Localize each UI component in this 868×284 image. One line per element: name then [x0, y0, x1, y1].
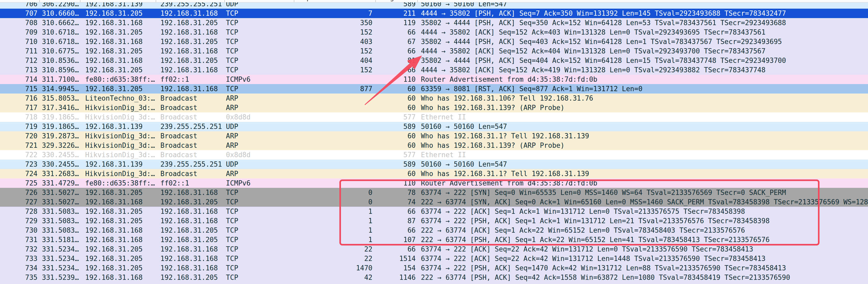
packet-row[interactable]: 715 314.9945… 192.168.31.205 192.168.31.… — [0, 84, 868, 94]
cell-length: 67 — [375, 37, 416, 46]
cell-info: 4444 → 35802 [PSH, ACK] Seq=7 Ack=350 Wi… — [421, 9, 786, 18]
cell-no: 732 — [0, 245, 37, 254]
cell-source: 192.168.31.139 — [85, 122, 143, 131]
column-separator[interactable] — [224, 0, 225, 2]
cell-time: 330.2455… — [42, 160, 79, 169]
cell-no: 710 — [0, 37, 37, 46]
packet-row[interactable]: 711 310.6775… 192.168.31.205 192.168.31.… — [0, 46, 868, 56]
column-separator[interactable] — [294, 0, 294, 2]
packet-row[interactable]: 723 330.2455… 192.168.31.139 239.255.255… — [0, 160, 868, 169]
column-separator[interactable] — [80, 0, 81, 2]
cell-info: 222 → 63774 [ACK] Seq=1 Ack=22 Win=65152… — [421, 226, 745, 235]
cell-sequence-number: 1 — [294, 207, 372, 216]
packet-row[interactable]: 734 331.5234… 192.168.31.205 192.168.31.… — [0, 263, 868, 273]
packet-row[interactable]: 735 331.5239… 192.168.31.168 192.168.31.… — [0, 273, 868, 282]
cell-length: 60 — [375, 169, 416, 179]
cell-info: Ethernet II — [421, 113, 466, 122]
cell-destination: ff02::1 — [160, 75, 189, 84]
cell-info: 63774 → 222 [PSH, ACK] Seq=1470 Ack=42 W… — [421, 263, 786, 273]
column-header-destination[interactable]: Destination — [159, 0, 205, 2]
cell-protocol: TCP — [226, 84, 238, 94]
cell-length: 1146 — [375, 273, 416, 282]
cell-sequence-number: 1470 — [294, 263, 372, 273]
cell-no: 728 — [0, 207, 37, 216]
packet-row[interactable]: 719 319.1865… 192.168.31.139 239.255.255… — [0, 122, 868, 131]
cell-length: 211 — [375, 9, 416, 18]
cell-time: 319.2873… — [42, 131, 79, 141]
column-header-sequence-number[interactable]: Sequence Number — [296, 0, 358, 2]
cell-destination: 192.168.31.168 — [160, 46, 218, 56]
cell-time: 331.5027… — [42, 197, 79, 207]
cell-destination: 192.168.31.168 — [160, 245, 218, 254]
packet-row[interactable]: 709 310.6718… 192.168.31.205 192.168.31.… — [0, 28, 868, 37]
cell-info: Ethernet II — [421, 150, 466, 160]
cell-destination: 192.168.31.205 — [160, 235, 218, 245]
packet-row[interactable]: 718 319.1865… HikvisionDig_3d:… Broadcas… — [0, 113, 868, 122]
cell-protocol: TCP — [226, 9, 238, 18]
cell-time: 311.7100… — [42, 75, 79, 84]
packet-row[interactable]: 708 310.6662… 192.168.31.168 192.168.31.… — [0, 18, 868, 28]
packet-row[interactable]: 733 331.5234… 192.168.31.205 192.168.31.… — [0, 254, 868, 263]
cell-protocol: TCP — [226, 273, 238, 282]
cell-source: 192.168.31.168 — [85, 273, 143, 282]
cell-info: Who has 192.168.31.106? Tell 192.168.31.… — [421, 94, 593, 103]
packet-row[interactable]: 731 331.5181… 192.168.31.168 192.168.31.… — [0, 235, 868, 245]
cell-protocol: ARP — [226, 131, 238, 141]
cell-protocol: TCP — [226, 282, 238, 284]
packet-row[interactable]: 707 310.6660… 192.168.31.205 192.168.31.… — [0, 9, 868, 18]
cell-time: 331.4729… — [42, 179, 79, 188]
cell-source: 192.168.31.205 — [85, 207, 143, 216]
column-separator[interactable] — [417, 0, 418, 2]
packet-row[interactable]: 729 331.5083… 192.168.31.205 192.168.31.… — [0, 216, 868, 226]
column-separator[interactable] — [39, 0, 40, 2]
cell-length: 589 — [375, 160, 416, 169]
packet-row[interactable]: 714 311.7100… fe80::d635:38ff:… ff02::1 … — [0, 75, 868, 84]
packet-row[interactable]: 722 330.2455… HikvisionDig_3d:… Broadcas… — [0, 150, 868, 160]
column-header-protocol[interactable]: Protocol — [227, 0, 260, 2]
packet-row[interactable]: 732 331.5234… 192.168.31.205 192.168.31.… — [0, 245, 868, 254]
cell-no: 724 — [0, 169, 37, 179]
packet-row[interactable]: 730 331.5083… 192.168.31.168 192.168.31.… — [0, 226, 868, 235]
cell-destination: 192.168.31.168 — [160, 188, 218, 197]
packet-row[interactable]: 727 331.5027… 192.168.31.168 192.168.31.… — [0, 197, 868, 207]
wireshark-packet-list-window: 706 306.2290… 192.168.31.139 239.255.255… — [0, 0, 868, 284]
cell-length: 66 — [375, 207, 416, 216]
packet-row[interactable]: 721 329.3226… HikvisionDig_3d:… Broadcas… — [0, 141, 868, 150]
packet-row[interactable]: 713 310.8596… 192.168.31.205 192.168.31.… — [0, 65, 868, 75]
column-header-length[interactable]: Length — [378, 0, 402, 2]
column-header-info[interactable]: Info — [420, 0, 437, 2]
packet-row[interactable]: 720 319.2873… HikvisionDig_3d:… Broadcas… — [0, 131, 868, 141]
column-separator[interactable] — [156, 0, 156, 2]
packet-row[interactable]: 724 331.2683… HikvisionDig_3d:… Broadcas… — [0, 169, 868, 179]
cell-destination: 192.168.31.205 — [160, 56, 218, 65]
cell-sequence-number: 152 — [294, 46, 372, 56]
cell-time: 331.5083… — [42, 207, 79, 216]
cell-info: 222 → 63774 [PSH, ACK] Seq=1 Ack=22 Win=… — [421, 235, 770, 245]
cell-length: 66 — [375, 46, 416, 56]
packet-row[interactable]: 726 331.5027… 192.168.31.205 192.168.31.… — [0, 188, 868, 197]
packet-row[interactable]: 717 317.3416… HikvisionDig_3d:… Broadcas… — [0, 103, 868, 113]
packet-row[interactable]: 710 310.6718… 192.168.31.168 192.168.31.… — [0, 37, 868, 46]
cell-time: 331.5234… — [42, 245, 79, 254]
packet-row[interactable]: 725 331.4729… fe80::d635:38ff:… ff02::1 … — [0, 179, 868, 188]
cell-source: HikvisionDig_3d:… — [85, 103, 155, 113]
column-header-source[interactable]: Source — [73, 0, 98, 2]
cell-info: 4444 → 35802 [ACK] Seq=152 Ack=404 Win=1… — [421, 46, 766, 56]
cell-source: 192.168.31.205 — [85, 282, 143, 284]
cell-time: 310.8596… — [42, 65, 79, 75]
column-separator[interactable] — [375, 0, 376, 2]
cell-destination: Broadcast — [160, 113, 197, 122]
packet-row[interactable]: 736 331.5303… 192.168.31.205 192.168.31.… — [0, 282, 868, 284]
packet-row[interactable]: 728 331.5083… 192.168.31.205 192.168.31.… — [0, 207, 868, 216]
packet-row[interactable]: 712 310.8536… 192.168.31.168 192.168.31.… — [0, 56, 868, 65]
cell-no: 713 — [0, 65, 37, 75]
cell-info: 50160 → 50160 Len=547 — [421, 122, 507, 131]
cell-time: 331.5234… — [42, 263, 79, 273]
cell-info: 63774 → 222 [SYN] Seq=0 Win=65535 Len=0 … — [421, 188, 786, 197]
column-header-time[interactable]: Time — [42, 0, 58, 2]
column-header-no[interactable]: No. — [14, 0, 27, 2]
cell-time: 331.5027… — [42, 188, 79, 197]
cell-info: 4444 → 35802 [ACK] Seq=152 Ack=403 Win=1… — [421, 28, 766, 37]
cell-no: 711 — [0, 46, 37, 56]
packet-row[interactable]: 716 315.8053… LiteonTechno_03:… Broadcas… — [0, 94, 868, 103]
